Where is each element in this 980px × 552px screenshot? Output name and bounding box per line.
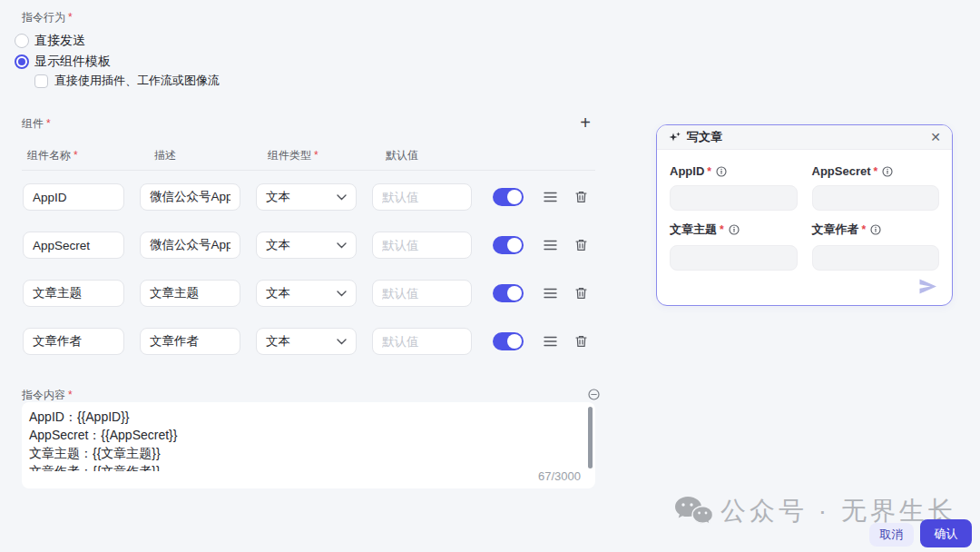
component-enabled-toggle[interactable]	[493, 188, 524, 206]
radio-option-direct-send[interactable]: 直接发送	[15, 32, 85, 50]
preview-appid-input[interactable]	[670, 185, 798, 211]
component-type-select[interactable]: 文本	[256, 183, 357, 211]
required-mark: *	[68, 11, 73, 24]
chevron-down-icon	[337, 291, 347, 297]
cancel-button[interactable]: 取消	[869, 523, 914, 547]
close-icon[interactable]: ✕	[930, 131, 941, 143]
chevron-down-icon	[337, 242, 347, 249]
preview-card-header: 写文章 ✕	[657, 125, 952, 150]
preview-appsecret-input[interactable]	[812, 185, 940, 211]
components-section-label: 组件*	[22, 116, 51, 132]
required-mark: *	[68, 389, 73, 401]
drag-handle-icon[interactable]	[544, 288, 557, 299]
behavior-section-label: 指令行为*	[22, 10, 73, 25]
radio-option-show-component-template[interactable]: 显示组件模板	[15, 53, 111, 71]
delete-row-icon[interactable]	[575, 239, 587, 251]
content-section-label: 指令内容*	[22, 388, 73, 403]
component-row: 文本	[23, 232, 603, 259]
component-desc-input[interactable]	[140, 183, 240, 211]
chevron-down-icon	[337, 339, 347, 345]
checkbox-label: 直接使用插件、工作流或图像流	[54, 73, 220, 89]
collapse-icon[interactable]	[588, 389, 600, 400]
radio-option-label: 直接发送	[34, 33, 85, 49]
component-enabled-toggle[interactable]	[493, 284, 524, 302]
component-type-select[interactable]: 文本	[256, 328, 357, 355]
component-row: 文本	[23, 328, 603, 355]
char-counter: 67/3000	[538, 469, 581, 483]
component-default-input[interactable]	[372, 280, 472, 307]
component-name-input[interactable]	[23, 232, 124, 259]
component-enabled-toggle[interactable]	[493, 332, 524, 350]
watermark: 公众号 · 无界生长	[673, 494, 957, 528]
textarea-scrollbar[interactable]	[588, 407, 593, 468]
confirm-button[interactable]: 确认	[920, 519, 972, 547]
component-default-input[interactable]	[372, 232, 472, 259]
component-name-input[interactable]	[23, 280, 124, 307]
instruction-config-panel: 指令行为* 直接发送 显示组件模板 直接使用插件、工作流或图像流 组件* + 组…	[0, 0, 980, 552]
preview-author-input[interactable]	[812, 245, 940, 271]
preview-topic-input[interactable]	[670, 245, 798, 271]
column-header-name: 组件名称*	[27, 148, 78, 163]
checkbox-use-plugin-workflow[interactable]: 直接使用插件、工作流或图像流	[34, 73, 220, 89]
table-divider	[22, 170, 595, 171]
chevron-down-icon	[337, 194, 347, 201]
preview-field-label: 文章作者*	[812, 222, 940, 238]
component-name-input[interactable]	[23, 328, 124, 355]
sparkle-icon	[668, 131, 681, 144]
info-icon[interactable]	[729, 224, 740, 235]
component-default-input[interactable]	[372, 328, 472, 355]
wechat-icon	[673, 495, 713, 527]
component-name-input[interactable]	[23, 183, 124, 211]
delete-row-icon[interactable]	[575, 191, 587, 203]
preview-card-title: 写文章	[687, 129, 722, 145]
instruction-content-box: AppID：{{AppID}} AppSecret：{{AppSecret}} …	[22, 402, 595, 488]
drag-handle-icon[interactable]	[544, 336, 557, 347]
preview-field-label: 文章主题*	[670, 222, 798, 238]
add-component-button[interactable]: +	[575, 113, 595, 133]
required-mark: *	[46, 117, 51, 130]
instruction-content-textarea[interactable]: AppID：{{AppID}} AppSecret：{{AppSecret}} …	[22, 402, 586, 471]
checkbox-icon[interactable]	[34, 74, 48, 88]
component-type-select[interactable]: 文本	[256, 232, 357, 259]
column-header-desc: 描述	[154, 148, 176, 163]
component-desc-input[interactable]	[140, 328, 240, 355]
column-header-default: 默认值	[386, 148, 418, 163]
component-enabled-toggle[interactable]	[493, 236, 524, 254]
info-icon[interactable]	[882, 166, 893, 177]
info-icon[interactable]	[716, 166, 727, 177]
radio-icon-selected[interactable]	[15, 54, 29, 69]
component-type-select[interactable]: 文本	[256, 280, 357, 307]
component-preview-card: 写文章 ✕ AppID* AppSecret* 文章主题*	[656, 124, 953, 306]
component-desc-input[interactable]	[140, 280, 240, 307]
radio-option-label: 显示组件模板	[34, 54, 111, 70]
delete-row-icon[interactable]	[575, 287, 587, 300]
preview-field-label: AppSecret*	[812, 164, 940, 178]
component-row: 文本	[23, 280, 603, 307]
info-icon[interactable]	[870, 224, 881, 235]
send-icon[interactable]	[918, 278, 937, 295]
drag-handle-icon[interactable]	[544, 192, 557, 202]
preview-card-body: AppID* AppSecret* 文章主题* 文章作者*	[657, 150, 952, 271]
component-default-input[interactable]	[372, 183, 472, 211]
component-row: 文本	[23, 183, 603, 211]
delete-row-icon[interactable]	[575, 335, 587, 348]
drag-handle-icon[interactable]	[544, 240, 557, 251]
column-header-type: 组件类型*	[268, 148, 318, 163]
radio-icon[interactable]	[15, 34, 29, 48]
component-desc-input[interactable]	[140, 232, 240, 259]
preview-field-label: AppID*	[670, 164, 798, 178]
